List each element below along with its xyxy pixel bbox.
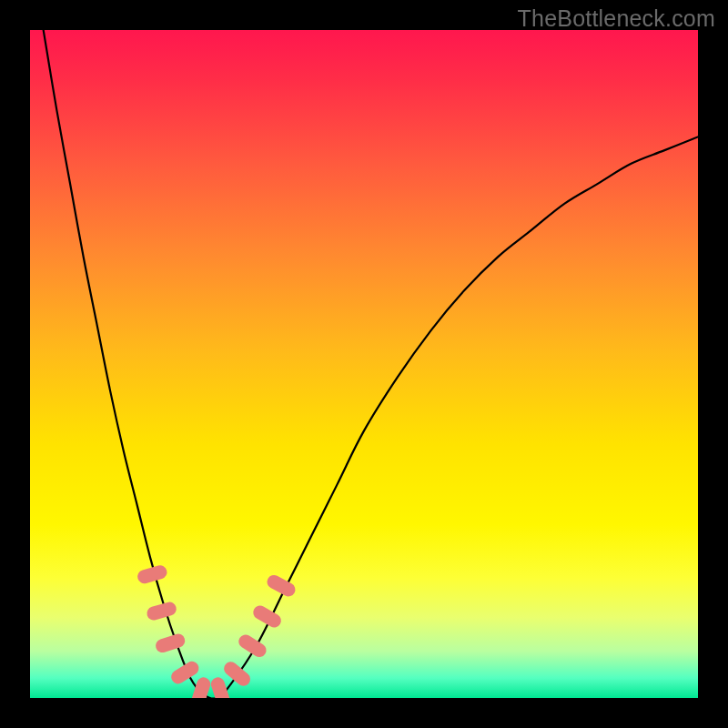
chart-plot-area [30,30,698,698]
marker-b [146,601,178,622]
marker-h [236,632,268,660]
marker-d [168,659,201,686]
chart-frame: TheBottleneck.com [0,0,728,728]
chart-markers [136,563,298,698]
marker-g [221,659,253,689]
chart-svg [30,30,698,698]
bottleneck-curve [44,30,698,698]
marker-c [154,632,187,654]
watermark-text: TheBottleneck.com [518,5,715,32]
marker-e [190,675,212,698]
